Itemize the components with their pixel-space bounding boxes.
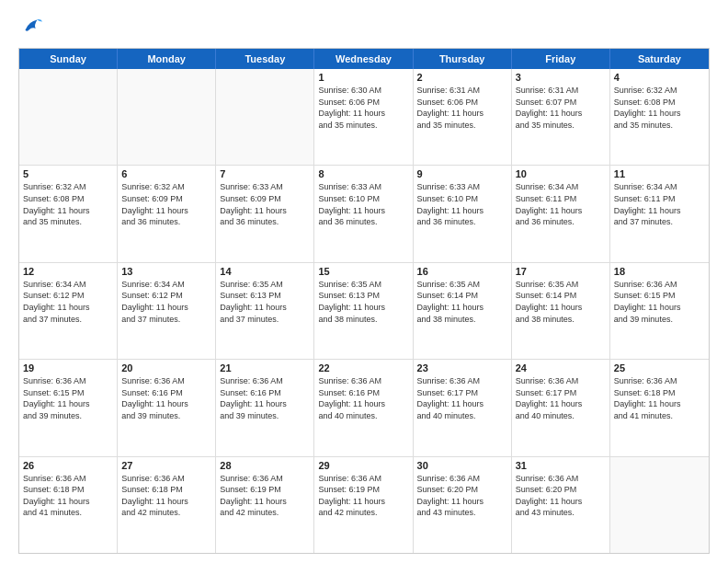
day-number: 26 (23, 460, 113, 471)
cal-cell: 30Sunrise: 6:36 AM Sunset: 6:20 PM Dayli… (414, 457, 512, 553)
cal-cell: 29Sunrise: 6:36 AM Sunset: 6:19 PM Dayli… (314, 457, 413, 553)
cal-cell: 23Sunrise: 6:36 AM Sunset: 6:17 PM Dayli… (414, 360, 512, 455)
day-number: 1 (318, 72, 408, 83)
cal-cell (118, 69, 216, 165)
cal-cell: 11Sunrise: 6:34 AM Sunset: 6:11 PM Dayli… (610, 166, 709, 261)
day-info: Sunrise: 6:32 AM Sunset: 6:08 PM Dayligh… (23, 181, 113, 227)
day-info: Sunrise: 6:31 AM Sunset: 6:06 PM Dayligh… (417, 85, 507, 131)
day-number: 23 (417, 362, 507, 373)
cal-cell: 16Sunrise: 6:35 AM Sunset: 6:14 PM Dayli… (414, 263, 512, 359)
cal-cell: 2Sunrise: 6:31 AM Sunset: 6:06 PM Daylig… (414, 69, 512, 165)
day-info: Sunrise: 6:34 AM Sunset: 6:11 PM Dayligh… (614, 181, 705, 227)
cal-cell (216, 69, 314, 165)
day-info: Sunrise: 6:34 AM Sunset: 6:12 PM Dayligh… (121, 279, 211, 325)
day-number: 10 (516, 168, 606, 179)
cal-header-sunday: Sunday (19, 49, 118, 69)
day-number: 22 (318, 362, 408, 373)
cal-cell: 14Sunrise: 6:35 AM Sunset: 6:13 PM Dayli… (216, 263, 314, 359)
cal-cell: 5Sunrise: 6:32 AM Sunset: 6:08 PM Daylig… (19, 166, 118, 261)
day-info: Sunrise: 6:34 AM Sunset: 6:11 PM Dayligh… (516, 181, 606, 227)
cal-header-saturday: Saturday (610, 49, 709, 69)
day-number: 13 (121, 266, 211, 277)
day-info: Sunrise: 6:36 AM Sunset: 6:19 PM Dayligh… (318, 473, 408, 519)
day-info: Sunrise: 6:36 AM Sunset: 6:18 PM Dayligh… (614, 375, 705, 421)
cal-cell: 15Sunrise: 6:35 AM Sunset: 6:13 PM Dayli… (314, 263, 413, 359)
day-number: 5 (23, 168, 113, 179)
logo-bird-icon (18, 15, 44, 40)
day-info: Sunrise: 6:36 AM Sunset: 6:19 PM Dayligh… (220, 473, 310, 519)
day-info: Sunrise: 6:36 AM Sunset: 6:20 PM Dayligh… (417, 473, 507, 519)
cal-cell: 8Sunrise: 6:33 AM Sunset: 6:10 PM Daylig… (314, 166, 413, 261)
day-info: Sunrise: 6:36 AM Sunset: 6:15 PM Dayligh… (614, 279, 705, 325)
cal-cell: 6Sunrise: 6:32 AM Sunset: 6:09 PM Daylig… (118, 166, 216, 261)
cal-cell: 18Sunrise: 6:36 AM Sunset: 6:15 PM Dayli… (610, 263, 709, 359)
cal-cell: 20Sunrise: 6:36 AM Sunset: 6:16 PM Dayli… (118, 360, 216, 455)
cal-cell: 3Sunrise: 6:31 AM Sunset: 6:07 PM Daylig… (512, 69, 610, 165)
day-info: Sunrise: 6:32 AM Sunset: 6:09 PM Dayligh… (121, 181, 211, 227)
day-number: 3 (516, 72, 606, 83)
cal-cell: 10Sunrise: 6:34 AM Sunset: 6:11 PM Dayli… (512, 166, 610, 261)
cal-cell: 27Sunrise: 6:36 AM Sunset: 6:18 PM Dayli… (118, 457, 216, 553)
day-info: Sunrise: 6:35 AM Sunset: 6:14 PM Dayligh… (417, 279, 507, 325)
cal-week-2: 5Sunrise: 6:32 AM Sunset: 6:08 PM Daylig… (19, 166, 709, 262)
cal-header-wednesday: Wednesday (314, 49, 413, 69)
day-number: 11 (614, 168, 705, 179)
cal-header-tuesday: Tuesday (216, 49, 314, 69)
day-number: 24 (516, 362, 606, 373)
logo (18, 15, 48, 40)
day-info: Sunrise: 6:36 AM Sunset: 6:20 PM Dayligh… (516, 473, 606, 519)
day-number: 27 (121, 460, 211, 471)
calendar-header-row: SundayMondayTuesdayWednesdayThursdayFrid… (19, 49, 709, 69)
day-info: Sunrise: 6:34 AM Sunset: 6:12 PM Dayligh… (23, 279, 113, 325)
cal-cell: 13Sunrise: 6:34 AM Sunset: 6:12 PM Dayli… (118, 263, 216, 359)
day-info: Sunrise: 6:31 AM Sunset: 6:07 PM Dayligh… (516, 85, 606, 131)
calendar: SundayMondayTuesdayWednesdayThursdayFrid… (18, 48, 710, 554)
day-info: Sunrise: 6:32 AM Sunset: 6:08 PM Dayligh… (614, 85, 705, 131)
day-number: 17 (516, 266, 606, 277)
day-number: 19 (23, 362, 113, 373)
day-info: Sunrise: 6:36 AM Sunset: 6:16 PM Dayligh… (318, 375, 408, 421)
cal-cell (610, 457, 709, 553)
day-number: 25 (614, 362, 705, 373)
day-number: 6 (121, 168, 211, 179)
cal-cell: 7Sunrise: 6:33 AM Sunset: 6:09 PM Daylig… (216, 166, 314, 261)
cal-cell: 19Sunrise: 6:36 AM Sunset: 6:15 PM Dayli… (19, 360, 118, 455)
cal-cell: 31Sunrise: 6:36 AM Sunset: 6:20 PM Dayli… (512, 457, 610, 553)
day-info: Sunrise: 6:35 AM Sunset: 6:13 PM Dayligh… (318, 279, 408, 325)
day-info: Sunrise: 6:33 AM Sunset: 6:10 PM Dayligh… (318, 181, 408, 227)
day-number: 20 (121, 362, 211, 373)
cal-week-1: 1Sunrise: 6:30 AM Sunset: 6:06 PM Daylig… (19, 69, 709, 166)
cal-cell: 25Sunrise: 6:36 AM Sunset: 6:18 PM Dayli… (610, 360, 709, 455)
day-number: 16 (417, 266, 507, 277)
day-number: 15 (318, 266, 408, 277)
day-number: 28 (220, 460, 310, 471)
cal-cell: 26Sunrise: 6:36 AM Sunset: 6:18 PM Dayli… (19, 457, 118, 553)
day-info: Sunrise: 6:36 AM Sunset: 6:16 PM Dayligh… (220, 375, 310, 421)
cal-header-friday: Friday (512, 49, 610, 69)
calendar-body: 1Sunrise: 6:30 AM Sunset: 6:06 PM Daylig… (19, 69, 709, 553)
day-info: Sunrise: 6:35 AM Sunset: 6:14 PM Dayligh… (516, 279, 606, 325)
cal-cell: 17Sunrise: 6:35 AM Sunset: 6:14 PM Dayli… (512, 263, 610, 359)
day-info: Sunrise: 6:35 AM Sunset: 6:13 PM Dayligh… (220, 279, 310, 325)
cal-cell: 28Sunrise: 6:36 AM Sunset: 6:19 PM Dayli… (216, 457, 314, 553)
day-info: Sunrise: 6:30 AM Sunset: 6:06 PM Dayligh… (318, 85, 408, 131)
cal-cell (19, 69, 118, 165)
cal-week-3: 12Sunrise: 6:34 AM Sunset: 6:12 PM Dayli… (19, 263, 709, 360)
day-number: 4 (614, 72, 705, 83)
day-info: Sunrise: 6:36 AM Sunset: 6:17 PM Dayligh… (417, 375, 507, 421)
cal-week-5: 26Sunrise: 6:36 AM Sunset: 6:18 PM Dayli… (19, 457, 709, 553)
day-number: 9 (417, 168, 507, 179)
day-info: Sunrise: 6:36 AM Sunset: 6:18 PM Dayligh… (121, 473, 211, 519)
day-number: 8 (318, 168, 408, 179)
cal-cell: 24Sunrise: 6:36 AM Sunset: 6:17 PM Dayli… (512, 360, 610, 455)
cal-header-thursday: Thursday (414, 49, 512, 69)
day-number: 12 (23, 266, 113, 277)
day-number: 2 (417, 72, 507, 83)
cal-cell: 12Sunrise: 6:34 AM Sunset: 6:12 PM Dayli… (19, 263, 118, 359)
day-info: Sunrise: 6:33 AM Sunset: 6:09 PM Dayligh… (220, 181, 310, 227)
day-number: 31 (516, 460, 606, 471)
day-number: 14 (220, 266, 310, 277)
day-number: 30 (417, 460, 507, 471)
cal-cell: 9Sunrise: 6:33 AM Sunset: 6:10 PM Daylig… (414, 166, 512, 261)
cal-cell: 22Sunrise: 6:36 AM Sunset: 6:16 PM Dayli… (314, 360, 413, 455)
